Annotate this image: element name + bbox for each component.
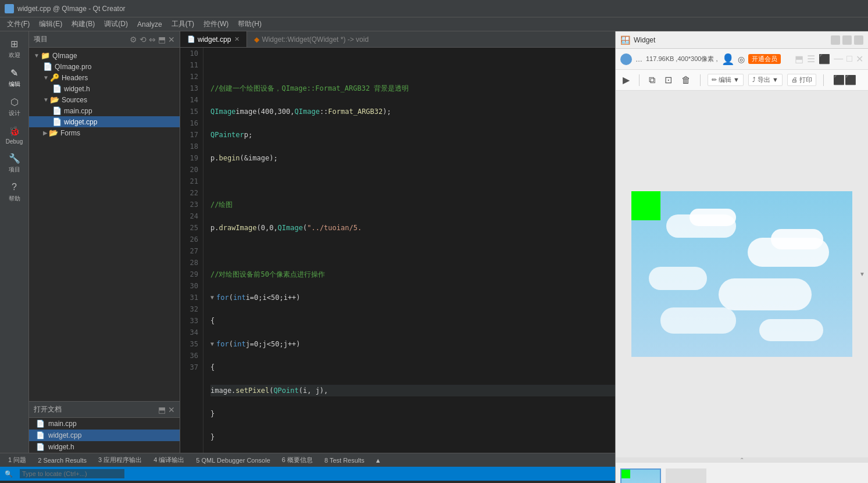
tab-close-btn[interactable]: ✕ — [234, 35, 240, 43]
sidebar-item-edit[interactable]: ✎ 编辑 — [0, 63, 28, 92]
close-button[interactable]: ✕ — [854, 35, 863, 45]
help-icon: ? — [8, 181, 21, 194]
image-file-info: 117.96KB ,400*300像素 , — [646, 55, 718, 63]
cloud-8 — [759, 319, 823, 341]
menu-file[interactable]: 文件(F) — [2, 18, 34, 30]
tree-item-main-cpp[interactable]: 📄 main.cpp — [29, 105, 180, 116]
thumbnail-2[interactable] — [666, 468, 706, 484]
status-search-icon: 🔍 — [5, 470, 13, 478]
viewer-minimize-icon[interactable]: — — [834, 53, 843, 65]
tree-item-sources[interactable]: ▼ 📂 Sources — [29, 94, 180, 105]
folder-icon: 📁 — [41, 51, 50, 60]
bottom-tab-summary[interactable]: 6 概要信息 — [278, 455, 316, 466]
open-docs-actions: ⬒ ✕ — [158, 405, 175, 414]
maximize-button[interactable]: □ — [842, 35, 852, 45]
open-doc-main-cpp[interactable]: 📄 main.cpp — [29, 418, 180, 430]
headers-arrow-icon: ▼ — [43, 74, 49, 81]
doc-icon-widget: 📄 — [36, 431, 45, 439]
filter-icon[interactable]: ⚙ — [130, 35, 137, 44]
bottom-tab-app-output[interactable]: 3 应用程序输出 — [95, 455, 145, 466]
sidebar-item-help[interactable]: ? 帮助 — [0, 177, 28, 206]
sidebar-item-project[interactable]: 🔧 项目 — [0, 148, 28, 177]
bottom-tab-issues[interactable]: 1 问题 — [5, 455, 30, 466]
delete-btn[interactable]: 🗑 — [679, 74, 693, 87]
tree-item-qimage-pro[interactable]: 📄 QImage.pro — [29, 61, 180, 72]
image-strip: 全部图片 — [616, 462, 868, 483]
dots-icon: … — [635, 55, 642, 63]
toolbar-divider-1 — [639, 74, 640, 86]
menu-edit[interactable]: 编辑(E) — [34, 18, 67, 30]
tree-item-headers[interactable]: ▼ 🔑 Headers — [29, 72, 180, 83]
edit-btn[interactable]: ✏ 编辑 ▼ — [708, 74, 744, 86]
sources-folder-icon: 📂 — [50, 95, 59, 104]
sidebar-item-design[interactable]: ⬡ 设计 — [0, 92, 28, 121]
menu-analyze[interactable]: Analyze — [133, 19, 167, 30]
expand-view-icon[interactable]: ⬒ — [795, 53, 803, 65]
resize-handle[interactable]: ⌃ — [616, 457, 868, 462]
image-canvas — [631, 191, 852, 357]
tab-file-icon: 📄 — [187, 35, 195, 43]
widget-title-bar: 🪟 Widget — □ ✕ — [616, 31, 868, 49]
export-btn[interactable]: ⤴ 导出 ▼ — [748, 74, 783, 86]
expand-icon[interactable]: ⬒ — [158, 35, 166, 44]
widget-window-icon: 🪟 — [620, 35, 630, 45]
bottom-tab-search[interactable]: 2 Search Results — [34, 456, 90, 465]
bottom-tab-qml[interactable]: 5 QML Debugger Console — [192, 456, 273, 465]
open-docs-section: 打开文档 ⬒ ✕ 📄 main.cpp 📄 widget.cpp 📄 widge — [29, 401, 180, 453]
bottom-tab-compile[interactable]: 4 编译输出 — [150, 455, 188, 466]
viewer-close-icon[interactable]: ✕ — [856, 53, 863, 65]
line-numbers: 10 11 12 13 14 15 16 17 18 19 20 21 22 2… — [180, 48, 203, 453]
tree-item-widget-cpp[interactable]: 📄 widget.cpp — [29, 116, 180, 127]
vip-button[interactable]: 开通会员 — [748, 54, 781, 64]
window-title: widget.cpp @ QImage - Qt Creator — [17, 5, 126, 13]
h-file-icon: 📄 — [52, 84, 62, 93]
copy-btn[interactable]: ⧉ — [646, 74, 658, 87]
pin-icon[interactable]: ⬛ — [819, 53, 830, 65]
cloud-5 — [649, 267, 707, 290]
minimize-icon[interactable]: ⬒ — [158, 405, 166, 414]
menu-build[interactable]: 构建(B) — [67, 18, 99, 30]
open-doc-widget-cpp[interactable]: 📄 widget.cpp — [29, 430, 180, 441]
debug-icon: 🐞 — [8, 124, 21, 137]
menu-icon[interactable]: ☰ — [807, 53, 815, 65]
sidebar-item-debug[interactable]: 🐞 Debug — [0, 121, 28, 148]
tab-widget-cpp[interactable]: 📄 widget.cpp ✕ — [180, 31, 247, 47]
viewer-maximize-icon[interactable]: □ — [846, 53, 852, 65]
bottom-tab-test[interactable]: 8 Test Results — [321, 456, 368, 465]
sidebar-item-welcome[interactable]: ⊞ 欢迎 — [0, 34, 28, 63]
widget-window: 🪟 Widget — □ ✕ … 117.96KB ,400*300像素 , 👤… — [615, 31, 868, 483]
locate-input[interactable] — [20, 469, 124, 478]
doc-icon-main: 📄 — [36, 420, 45, 428]
print-btn[interactable]: 🖨 打印 — [787, 74, 816, 86]
tree-item-forms[interactable]: ▶ 📂 Forms — [29, 127, 180, 138]
title-bar: widget.cpp @ QImage - Qt Creator — [0, 0, 868, 17]
menu-debug[interactable]: 调试(D) — [99, 18, 133, 30]
menu-help[interactable]: 帮助(H) — [233, 18, 266, 30]
tree-root-qimage[interactable]: ▼ 📁 QImage — [29, 50, 180, 61]
close-panel-icon[interactable]: ✕ — [168, 35, 175, 44]
close-docs-icon[interactable]: ✕ — [168, 405, 175, 414]
minimize-button[interactable]: — — [831, 35, 840, 45]
scroll-indicator: ▼ — [859, 271, 866, 278]
project-icon: 🔧 — [8, 152, 21, 164]
design-icon: ⬡ — [8, 95, 21, 108]
expand-arrow-icon: ▼ — [34, 52, 40, 59]
image-viewer-bar: … 117.96KB ,400*300像素 , 👤 ◎ 开通会员 ⬒ ☰ ⬛ —… — [616, 49, 868, 70]
viewer-action-buttons: ⬒ ☰ ⬛ — □ ✕ — [795, 53, 863, 65]
sidebar: ⊞ 欢迎 ✎ 编辑 ⬡ 设计 🐞 Debug 🔧 项目 ? 帮助 — [0, 31, 29, 453]
more-tools-icon[interactable]: ⬛⬛ — [831, 73, 859, 87]
tree-item-widget-h[interactable]: 📄 widget.h — [29, 83, 180, 94]
cloud-6 — [719, 278, 812, 310]
play-btn[interactable]: ▶ — [620, 73, 632, 87]
sources-arrow-icon: ▼ — [43, 96, 49, 103]
open-doc-widget-h[interactable]: 📄 widget.h — [29, 441, 180, 453]
menu-tools[interactable]: 工具(T) — [167, 18, 199, 30]
thumbnail-1[interactable] — [620, 468, 661, 484]
avatar-icon: 👤 — [721, 53, 734, 66]
cut-btn[interactable]: ⊡ — [662, 73, 674, 87]
toolbar-divider-3 — [823, 74, 824, 86]
bottom-tab-arrow-up[interactable]: ▲ — [375, 457, 381, 464]
sync-icon[interactable]: ⟲ — [140, 35, 147, 44]
menu-controls[interactable]: 控件(W) — [199, 18, 233, 30]
collapse-icon[interactable]: ⇔ — [149, 35, 156, 44]
